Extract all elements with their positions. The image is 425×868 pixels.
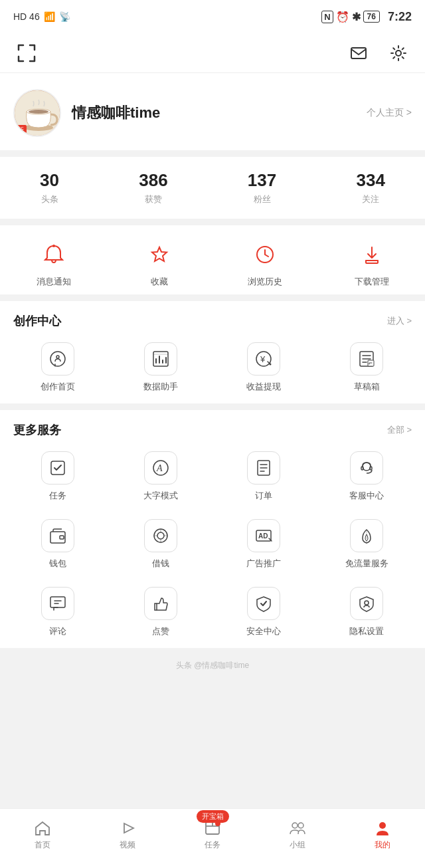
- nav-home[interactable]: 首页: [0, 819, 85, 851]
- battery-icon: 76: [363, 11, 380, 23]
- more-services-section: 更多服务 全部 > 任务 A 大字模式: [0, 410, 425, 648]
- service-free-traffic[interactable]: 免流量服务: [321, 519, 412, 570]
- drafts-icon: [357, 350, 376, 368]
- settings-button[interactable]: [385, 40, 412, 66]
- svg-rect-30: [50, 597, 65, 607]
- customer-service-icon: [357, 459, 376, 477]
- mine-nav-icon: [374, 819, 391, 837]
- action-download[interactable]: 下载管理: [355, 239, 389, 288]
- svg-text:A: A: [156, 463, 163, 473]
- avatar-badge: 新: [15, 125, 27, 136]
- grid-earnings[interactable]: ¥ 收益提现: [218, 342, 309, 393]
- task-icon: [48, 459, 67, 477]
- service-security[interactable]: 安全中心: [218, 587, 309, 637]
- service-loan[interactable]: 借钱: [116, 519, 206, 570]
- svg-point-21: [363, 463, 371, 471]
- service-big-font[interactable]: A 大字模式: [116, 451, 206, 502]
- svg-rect-8: [366, 261, 378, 263]
- stat-fans[interactable]: 137 粉丝: [248, 170, 276, 205]
- scan-button[interactable]: [13, 40, 40, 66]
- security-icon: [254, 594, 273, 613]
- svg-rect-0: [351, 48, 366, 58]
- profile-left: 新 情感咖啡time: [13, 89, 160, 137]
- status-bar: HD 46 📶 📡 N ⏰ ✱ 76 7:22: [0, 0, 425, 33]
- nfc-icon: N: [321, 11, 333, 23]
- big-font-icon: A: [151, 459, 170, 477]
- favorites-icon: [147, 242, 172, 267]
- wallet-icon: [48, 526, 67, 545]
- bottom-nav: 首页 视频 开宝箱 任务 小组 我的: [0, 808, 425, 868]
- svg-rect-25: [60, 536, 64, 539]
- service-wallet[interactable]: 钱包: [13, 519, 103, 570]
- creation-center-section: 创作中心 进入 > 创作首页 数据助手: [0, 301, 425, 403]
- data-assistant-icon: [151, 350, 170, 368]
- creation-home-icon: [48, 350, 67, 368]
- stat-following[interactable]: 334 关注: [356, 170, 384, 205]
- quick-actions: 消息通知 收藏 浏览历史 下载管理: [0, 225, 425, 294]
- group-nav-icon: [289, 819, 306, 837]
- nav-video-label: 视频: [120, 839, 135, 851]
- services-row-3: 评论 点赞 安全中心: [0, 580, 425, 648]
- time-display: 7:22: [388, 10, 412, 24]
- action-favorites[interactable]: 收藏: [143, 239, 175, 288]
- nav-task-label: 任务: [205, 839, 220, 851]
- nav-group-label: 小组: [290, 839, 305, 851]
- top-nav-icons: [345, 40, 412, 66]
- video-nav-icon: [119, 819, 136, 837]
- home-nav-icon: [34, 819, 51, 837]
- svg-point-27: [157, 532, 164, 539]
- action-notification[interactable]: 消息通知: [37, 239, 71, 288]
- nav-task[interactable]: 开宝箱 任务: [170, 819, 255, 851]
- watermark: 头条 @情感咖啡time: [0, 655, 425, 738]
- bluetooth-icon: ✱: [352, 11, 361, 23]
- message-button[interactable]: [345, 40, 372, 66]
- wifi-icon: 📡: [59, 11, 70, 22]
- profile-name: 情感咖啡time: [72, 103, 160, 123]
- svg-point-35: [298, 823, 303, 828]
- avatar[interactable]: 新: [13, 89, 61, 137]
- svg-point-36: [379, 822, 386, 829]
- scan-icon: [17, 43, 37, 63]
- stat-toutiao[interactable]: 30 头条: [40, 170, 59, 205]
- profile-section: 新 情感咖啡time 个人主页 >: [0, 73, 425, 150]
- free-traffic-icon: [357, 526, 376, 545]
- svg-point-34: [292, 823, 298, 828]
- service-customer[interactable]: 客服中心: [321, 451, 412, 502]
- svg-point-6: [52, 245, 55, 247]
- svg-point-14: [270, 364, 272, 366]
- grid-creation-home[interactable]: 创作首页: [13, 342, 103, 393]
- creation-center-header: 创作中心 进入 >: [0, 301, 425, 336]
- nav-video[interactable]: 视频: [85, 819, 170, 851]
- signal-icon: 📶: [44, 11, 55, 22]
- svg-text:¥: ¥: [260, 354, 266, 364]
- open-box-badge: 开宝箱: [197, 810, 229, 823]
- grid-drafts[interactable]: 草稿箱: [321, 342, 412, 393]
- history-icon: [252, 242, 278, 267]
- nav-mine[interactable]: 我的: [340, 819, 425, 851]
- privacy-icon: [357, 594, 376, 613]
- stat-likes[interactable]: 386 获赞: [139, 170, 167, 205]
- notification-icon: [41, 242, 66, 267]
- service-orders[interactable]: 订单: [218, 451, 309, 502]
- comments-icon: [48, 594, 67, 613]
- creation-center-grid: 创作首页 数据助手 ¥ 收益提现: [0, 336, 425, 403]
- more-services-header: 更多服务 全部 >: [0, 410, 425, 445]
- stats-section: 30 头条 386 获赞 137 粉丝 334 关注: [0, 157, 425, 219]
- service-thumbsup[interactable]: 点赞: [116, 587, 206, 637]
- nav-home-label: 首页: [35, 839, 50, 851]
- svg-point-1: [396, 51, 401, 56]
- nav-group[interactable]: 小组: [255, 819, 340, 851]
- top-nav: [0, 33, 425, 73]
- profile-homepage-link[interactable]: 个人主页 >: [367, 107, 412, 119]
- service-task[interactable]: 任务: [13, 451, 103, 502]
- service-comments[interactable]: 评论: [13, 587, 103, 637]
- svg-rect-22: [361, 467, 363, 470]
- svg-rect-24: [50, 532, 65, 543]
- action-history[interactable]: 浏览历史: [248, 239, 282, 288]
- orders-icon: [254, 459, 273, 477]
- svg-point-5: [29, 110, 48, 114]
- grid-data-assistant[interactable]: 数据助手: [116, 342, 206, 393]
- service-privacy[interactable]: 隐私设置: [321, 587, 412, 637]
- service-ads[interactable]: AD 广告推广: [218, 519, 309, 570]
- svg-rect-23: [370, 467, 372, 470]
